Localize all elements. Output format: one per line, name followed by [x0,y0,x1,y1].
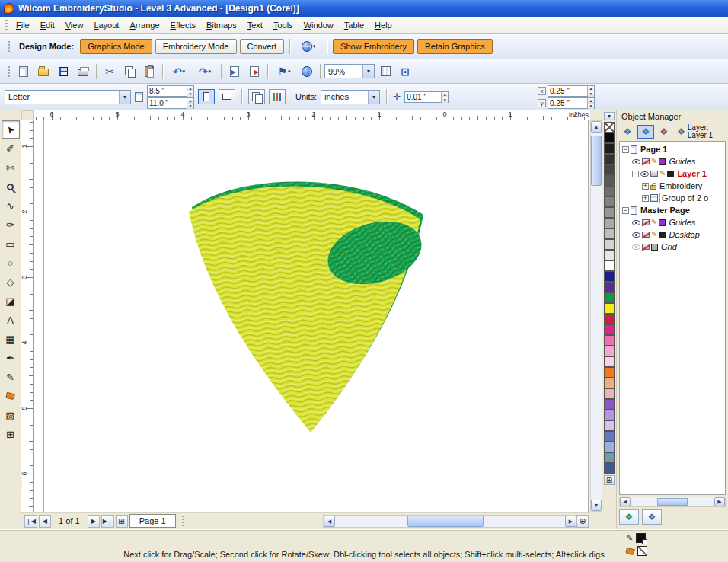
menu-item-layout[interactable]: Layout [88,18,124,32]
menu-item-window[interactable]: Window [299,18,339,32]
chevron-down-icon[interactable]: ▾ [313,43,316,49]
palette-swatch-22[interactable] [604,356,615,367]
splitter-grip[interactable] [182,516,184,527]
page-height-input[interactable]: 11.0 " ▲▼ [147,97,194,109]
paper-size-combo[interactable]: Letter ▾ [5,90,131,104]
eye-icon[interactable] [632,220,640,225]
page-sorter-button[interactable] [269,89,286,104]
ruler-corner[interactable] [21,110,34,120]
add-page-button[interactable]: ⊞ [116,515,128,528]
tree-row-page-1[interactable]: −Page 1 [620,143,725,155]
scrollbar-thumb[interactable] [657,498,688,506]
interactive-blend-tool[interactable]: ▦ [2,330,20,348]
fill-tool[interactable] [2,387,20,405]
noprint-icon[interactable] [642,158,650,164]
eye-icon[interactable] [632,244,640,250]
menu-item-view[interactable]: View [60,18,89,32]
web-globe-button[interactable] [298,62,316,81]
menu-item-arrange[interactable]: Arrange [124,18,164,32]
palette-swatch-24[interactable] [604,378,615,388]
palette-swatch-10[interactable] [604,228,615,239]
menu-item-bitmaps[interactable]: Bitmaps [201,18,242,32]
spin-down-icon[interactable]: ▼ [187,104,193,109]
palette-swatch-14[interactable] [604,271,615,282]
tree-row-grid[interactable]: Grid [620,241,725,253]
palette-swatch-20[interactable] [604,335,615,346]
tree-row-layer-1[interactable]: −✎Layer 1 [620,168,725,180]
pencil-icon[interactable]: ✎ [651,231,657,238]
toolbar-grip[interactable] [8,41,10,52]
save-button[interactable] [54,62,72,81]
menu-item-text[interactable]: Text [242,18,268,32]
nudge-offset-input[interactable]: 0.01 " ▲▼ [404,91,449,103]
object-manager-scrollbar[interactable]: ◀ ▶ [619,497,726,507]
grid-options-button[interactable]: ⊡ [396,62,414,81]
text-tool[interactable]: A [2,311,20,329]
noprint-icon[interactable] [642,232,650,238]
tree-row-guides[interactable]: ✎Guides [620,216,725,228]
zoom-level-combo[interactable]: 99% ▾ [324,64,375,78]
embroidery-design[interactable] [175,175,431,443]
page-tab[interactable]: Page 1 [129,514,176,528]
chevron-down-icon[interactable]: ▾ [119,91,130,104]
palette-swatch-13[interactable] [604,260,615,271]
embroidery-mode-button[interactable]: Embroidery Mode [155,39,237,54]
pencil-icon[interactable]: ✎ [651,219,657,226]
menu-item-file[interactable]: File [11,18,35,32]
spin-up-icon[interactable]: ▲ [588,86,594,91]
pencil-icon[interactable]: ✎ [659,170,666,177]
spin-up-icon[interactable]: ▲ [442,92,448,97]
palette-swatch-25[interactable] [604,388,615,399]
palette-swatch-19[interactable] [604,324,615,335]
palette-swatch-31[interactable] [604,452,615,463]
eye-icon[interactable] [632,232,640,238]
duplicate-distance-y-input[interactable]: 0.25 " ▲▼ [548,97,595,109]
show-grid-button[interactable] [376,62,394,81]
palette-swatch-26[interactable] [604,399,615,410]
eyedropper-tool[interactable]: ✒ [2,349,20,367]
first-page-button[interactable]: ❘◀ [24,515,37,528]
scroll-right-button[interactable]: ▶ [565,516,576,527]
pencil-icon[interactable]: ✎ [651,158,657,165]
spin-up-icon[interactable]: ▲ [187,86,193,91]
redo-button[interactable]: ↷▾ [193,62,217,81]
tree-row-group-of-2-o[interactable]: +Group of 2 o [620,192,725,204]
menu-item-effects[interactable]: Effects [165,18,201,32]
page-icon[interactable] [631,206,637,215]
collapse-icon[interactable]: − [622,207,629,214]
horizontal-scrollbar-thumb[interactable] [407,516,484,527]
eye-icon[interactable] [632,159,640,164]
scroll-right-button[interactable]: ▶ [714,497,725,506]
palette-swatch-4[interactable] [604,164,615,175]
horizontal-scrollbar[interactable]: ◀ ▶ [323,515,577,528]
retain-graphics-button[interactable]: Retain Graphics [417,39,493,54]
tree-row-embroidery[interactable]: +Embroidery [620,180,725,192]
scrollbar-track[interactable] [335,516,565,527]
chevron-down-icon[interactable]: ▾ [368,91,379,104]
basic-shapes-tool[interactable]: ◪ [2,292,20,310]
palette-swatch-21[interactable] [604,346,615,356]
chevron-down-icon[interactable]: ▾ [183,69,186,75]
vertical-ruler[interactable]: inches 123456 [21,120,34,512]
palette-scroll-button[interactable]: ▼ [604,112,615,120]
scroll-left-button[interactable]: ◀ [324,516,335,527]
ellipse-tool[interactable]: ○ [2,254,20,272]
palette-swatch-16[interactable] [604,292,615,303]
import-button[interactable] [225,62,244,81]
spin-down-icon[interactable]: ▼ [588,91,594,97]
palette-swatch-23[interactable] [604,367,615,378]
palette-swatch-8[interactable] [604,207,615,218]
scroll-left-button[interactable]: ◀ [620,497,631,506]
spin-down-icon[interactable]: ▼ [187,91,193,97]
menu-item-tools[interactable]: Tools [268,18,299,32]
palette-swatch-2[interactable] [604,143,615,154]
paste-button[interactable] [140,62,158,81]
freehand-tool[interactable]: ∿ [2,196,20,215]
palette-swatch-29[interactable] [604,431,615,442]
expand-icon[interactable]: + [642,183,649,190]
new-layer-button[interactable]: ❖ [619,509,639,525]
lock-icon[interactable] [650,185,656,190]
palette-swatch-28[interactable] [604,420,615,431]
edit-across-layers-button[interactable]: ❖ [637,125,654,139]
scroll-up-button[interactable]: ▲ [591,121,602,133]
